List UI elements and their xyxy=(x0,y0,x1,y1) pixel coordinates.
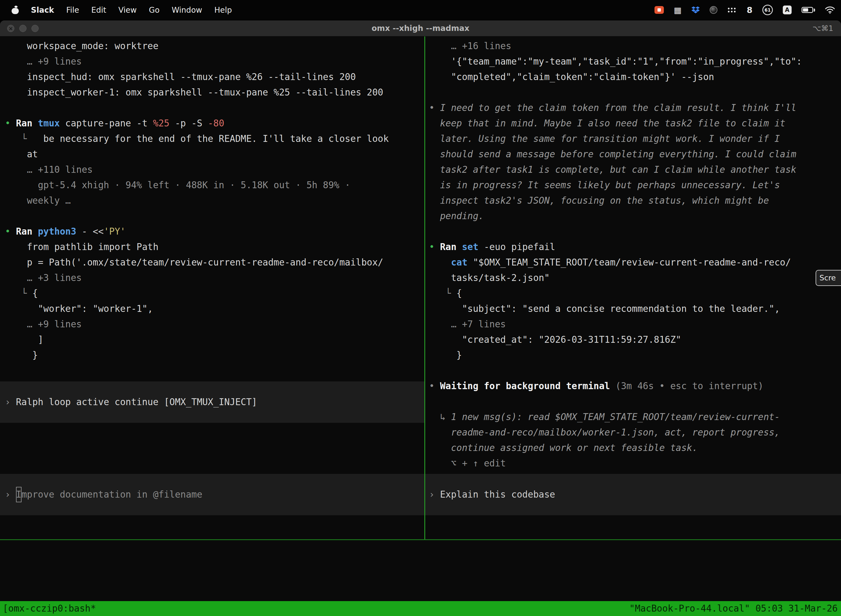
right-terminal-pane[interactable]: … +16 lines '{"team_name":"my-team","tas… xyxy=(425,37,841,539)
terminal-line: "completed","claim_token":"claim-token"}… xyxy=(429,69,841,85)
dropbox-icon[interactable] xyxy=(692,6,700,14)
text-segment: Ran xyxy=(16,226,38,237)
text-segment: } xyxy=(429,350,462,361)
terminal-line: gpt-5.4 xhigh · 94% left · 488K in · 5.1… xyxy=(5,177,424,193)
thinking-line: inspect task2's JSON, focusing on the st… xyxy=(429,193,841,208)
terminal-line: └ be necessary for the end of the README… xyxy=(5,131,424,147)
wifi-icon[interactable] xyxy=(825,6,835,14)
minimize-button[interactable] xyxy=(19,25,26,32)
battery-percent-circle-icon[interactable]: 61 xyxy=(762,5,773,15)
left-terminal-pane[interactable]: workspace_mode: worktree … +9 lines insp… xyxy=(0,37,424,539)
terminal-line: └ { xyxy=(429,286,841,301)
record-stop-glyph xyxy=(658,8,661,12)
text-segment: should send a message before completing … xyxy=(429,149,796,160)
text-segment: %25 xyxy=(153,118,169,129)
menu-app-name[interactable]: Slack xyxy=(31,6,54,15)
blank-line xyxy=(5,208,424,224)
text-segment: be necessary for the end of the README. … xyxy=(27,133,388,144)
text-segment: inspect_worker-1: omx sparkshell --tmux-… xyxy=(5,87,383,98)
terminal-line: "worker": "worker-1", xyxy=(5,301,424,317)
menu-item-go[interactable]: Go xyxy=(149,6,160,15)
terminal-line: … +16 lines xyxy=(429,38,841,54)
text-segment: 'PY' xyxy=(104,226,126,237)
text-segment: task2 after task1 is complete, but can I… xyxy=(429,164,796,175)
text-segment: weekly … xyxy=(5,195,70,206)
menu-item-view[interactable]: View xyxy=(119,6,136,15)
terminal-line: inspect_worker-1: omx sparkshell --tmux-… xyxy=(5,85,424,100)
grid-icon[interactable]: ▦ xyxy=(674,5,681,15)
left-composer-input[interactable]: › Improve documentation in @filename xyxy=(0,474,424,515)
dots-grid-icon[interactable] xyxy=(727,7,737,13)
text-segment: 1 new msg(s): read $OMX_TEAM_STATE_ROOT/… xyxy=(451,412,780,422)
battery-fill xyxy=(803,8,808,12)
terminal-line: inspect_hud: omx sparkshell --tmux-pane … xyxy=(5,69,424,85)
ralph-loop-banner: › Ralph loop active continue [OMX_TMUX_I… xyxy=(0,381,424,423)
text-segment: ↳ xyxy=(440,412,451,422)
text-segment: is in progress? It seems likely but perh… xyxy=(429,180,780,191)
input-source-icon[interactable]: A xyxy=(783,6,792,14)
terminal-line: } xyxy=(429,348,841,363)
text-segment: capture-pane -t xyxy=(65,118,153,129)
text-segment: "worker": "worker-1", xyxy=(5,303,153,314)
text-segment: └ xyxy=(22,133,27,144)
text-segment: { xyxy=(32,288,38,299)
text-segment: … +7 lines xyxy=(429,319,506,330)
text-segment: … +9 lines xyxy=(5,56,82,67)
composer-text: Explain this codebase xyxy=(440,487,555,502)
right-composer-input[interactable]: › Explain this codebase xyxy=(425,474,841,515)
right-pane-transcript: … +16 lines '{"team_name":"my-team","tas… xyxy=(429,38,841,471)
close-button[interactable]: × xyxy=(7,25,14,32)
terminal-line: … +110 lines xyxy=(5,162,424,177)
terminal-line: "created_at": "2026-03-31T11:59:27.816Z" xyxy=(429,332,841,348)
text-segment: { xyxy=(456,288,462,299)
text-segment: - << xyxy=(82,226,104,237)
text-segment: Waiting for background terminal xyxy=(440,381,615,392)
menu-bar-status-icons: ▦ 8 61 A xyxy=(655,5,841,15)
figure-eight-icon[interactable]: 8 xyxy=(747,5,752,15)
ran-command-line: • Ran python3 - <<'PY' xyxy=(5,224,424,239)
text-segment: gpt-5.4 xhigh · 94% left · 488K in · 5.1… xyxy=(5,180,350,191)
tmux-session-name: [omx-cczip0:bash* xyxy=(3,601,96,616)
text-segment: • xyxy=(429,381,440,392)
battery-body xyxy=(801,7,813,13)
terminal-window: × omx --xhigh --madmax ⌥⌘1 workspace_mod… xyxy=(0,21,841,616)
terminal-line: tasks/task-2.json" xyxy=(429,270,841,286)
tooltip-text: Scre xyxy=(819,270,836,286)
menu-item-file[interactable]: File xyxy=(66,6,79,15)
text-segment: inspect_hud: omx sparkshell --tmux-pane … xyxy=(5,72,356,82)
text-segment: • xyxy=(429,103,440,113)
terminal-line: workspace_mode: worktree xyxy=(5,38,424,54)
menu-item-window[interactable]: Window xyxy=(171,6,202,15)
terminal-line: "subject": "send a concise recommendatio… xyxy=(429,301,841,317)
text-segment: python3 xyxy=(38,226,82,237)
screen-recording-indicator-icon[interactable] xyxy=(655,6,664,14)
composer-placeholder: mprove documentation in @filename xyxy=(22,487,202,502)
prompt-chevron: › xyxy=(5,487,16,502)
text-segment: keep that in mind. Maybe I also need the… xyxy=(429,118,785,129)
window-title: omx --xhigh --madmax xyxy=(372,24,469,33)
blank-line xyxy=(5,100,424,116)
mailbox-message-line: ↳ 1 new msg(s): read $OMX_TEAM_STATE_ROO… xyxy=(429,409,841,425)
text-segment xyxy=(429,288,445,299)
menu-item-help[interactable]: Help xyxy=(214,6,232,15)
text-segment: … +110 lines xyxy=(5,164,93,175)
tmux-status-bar: [omx-cczip0:bash* "MacBook-Pro-44.local"… xyxy=(0,601,841,616)
waiting-status-line: • Waiting for background terminal (3m 46… xyxy=(429,378,841,394)
mailbox-message-line: readme-and-reco/mailbox/worker-1.json, a… xyxy=(429,425,841,440)
battery-icon[interactable] xyxy=(801,7,815,13)
thinking-line: task2 after task1 is complete, but can I… xyxy=(429,162,841,177)
text-segment: "completed","claim_token":"claim-token"}… xyxy=(429,72,714,82)
ran-command-line: • Ran set -euo pipefail xyxy=(429,239,841,255)
thinking-line: pending. xyxy=(429,208,841,224)
blank-line xyxy=(429,394,841,409)
text-segment: at xyxy=(5,149,38,160)
thinking-line: should send a message before completing … xyxy=(429,147,841,162)
disc-app-icon[interactable] xyxy=(710,6,717,14)
menu-item-edit[interactable]: Edit xyxy=(91,6,106,15)
battery-percent-value: 61 xyxy=(765,7,771,13)
apple-menu-icon[interactable] xyxy=(12,6,19,14)
text-segment: -euo pipefail xyxy=(484,242,555,252)
input-source-letter: A xyxy=(785,7,790,13)
text-segment: workspace_mode: worktree xyxy=(5,41,158,51)
zoom-button[interactable] xyxy=(31,25,39,32)
